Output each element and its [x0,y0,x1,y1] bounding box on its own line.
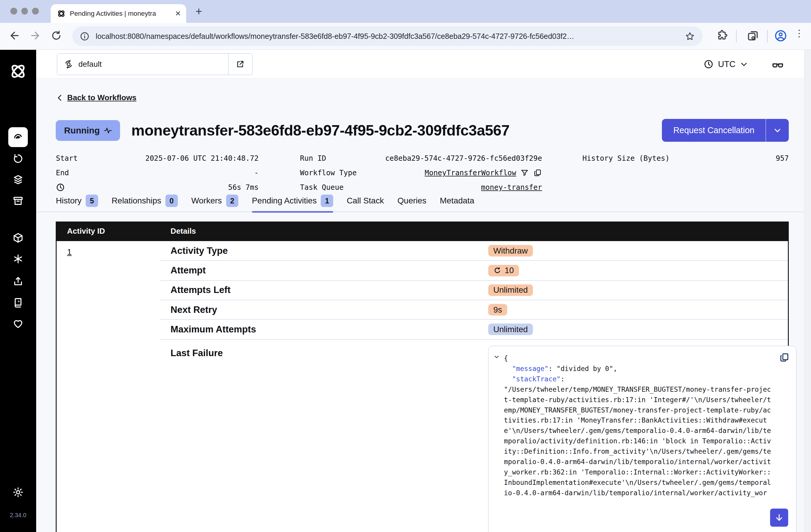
tab-workers[interactable]: Workers 2 [191,194,238,212]
cancellation-menu-button[interactable] [766,119,789,142]
row-label: Activity Type [170,245,488,256]
attempt-badge: 10 [488,265,519,276]
attempts-left-badge: Unlimited [488,284,533,296]
status-label: Running [64,125,100,136]
tab-history[interactable]: History 5 [56,194,98,212]
table-row: Attempt 10 [160,261,788,280]
back-icon[interactable] [8,29,21,42]
sidebar-item-docs[interactable] [12,297,24,308]
workflow-type-label: Workflow Type [300,168,356,177]
app-window: 2.34.0 default [0,50,811,532]
tab-metadata[interactable]: Metadata [440,194,474,212]
row-label: Next Retry [170,305,488,315]
window-zoom-button[interactable] [32,8,39,15]
column-details: Details [160,227,196,236]
app-version: 2.34.0 [0,512,36,519]
workflow-meta: Start 2025-07-06 UTC 21:40:48.72 End - 5… [56,151,789,196]
sidebar-item-schedules[interactable] [12,153,24,165]
last-failure-json[interactable]: { "message": "divided by 0", "stackTrace… [488,346,796,532]
sidebar-item-deployments[interactable] [12,174,24,186]
tab-relationships[interactable]: Relationships 0 [111,194,178,212]
table-row: Next Retry 9s [160,300,788,320]
timezone-select[interactable]: UTC [703,50,748,79]
sidebar-item-nexus[interactable] [12,253,24,265]
row-label: Attempt [170,265,488,276]
tab-label: Metadata [440,196,474,206]
tab-pending-activities[interactable]: Pending Activities 1 [252,194,334,212]
activity-id-link[interactable]: 1 [67,247,72,257]
url-text[interactable]: localhost:8080/namespaces/default/workfl… [96,32,685,41]
request-cancellation-button[interactable]: Request Cancellation [662,119,766,142]
temporal-logo-icon[interactable] [9,62,28,81]
start-value: 2025-07-06 UTC 21:40:48.72 [145,154,259,163]
back-link-label[interactable]: Back to Workflows [67,93,137,102]
forward-icon[interactable] [29,29,42,42]
copy-icon[interactable] [533,168,542,177]
sidebar-item-workflows[interactable] [8,127,28,147]
tab-label: Call Stack [347,196,384,206]
table-row: Attempts Left Unlimited [160,280,788,300]
labs-glasses-icon[interactable] [771,58,784,72]
reload-icon[interactable] [50,29,63,42]
tab-label: History [56,196,81,206]
namespace-name: default [78,60,102,69]
tab-count-badge: 2 [226,195,239,207]
table-row: Last Failure { "message": "divided by 0"… [160,339,788,532]
window-close-button[interactable] [10,8,17,15]
duration-clock-icon [56,183,65,192]
tabs-divider [36,212,811,212]
tab-label: Workers [191,196,222,206]
scroll-to-bottom-button[interactable] [770,508,788,527]
sidebar-item-feedback[interactable] [12,318,24,330]
tab-count-badge: 0 [165,195,178,207]
request-cancellation-split-button: Request Cancellation [662,119,789,142]
site-info-icon[interactable] [80,31,90,41]
namespace-open-button[interactable] [228,54,252,75]
row-label: Last Failure [170,348,488,359]
tab-call-stack[interactable]: Call Stack [347,194,384,212]
history-size-value: 957 [776,154,789,163]
copy-icon[interactable] [779,352,790,363]
namespace-bar: default UTC [36,50,811,79]
url-bar[interactable]: localhost:8080/namespaces/default/workfl… [72,26,702,46]
workflow-title: moneytransfer-583e6fd8-eb97-4f95-9cb2-30… [131,122,509,139]
sidebar-item-namespaces[interactable] [12,232,24,244]
external-link-icon [236,60,245,69]
browser-tab[interactable]: Pending Activities | moneytra ✕ [51,4,186,23]
maximum-attempts-badge: Unlimited [488,323,533,335]
task-queue-link[interactable]: money-transfer [481,183,542,192]
sidebar-item-batch-operations[interactable] [12,195,24,207]
table-row: Maximum Attempts Unlimited [160,320,788,339]
tab-search-icon[interactable] [746,29,760,42]
activity-type-badge: Withdraw [488,245,533,257]
browser-tabstrip: Pending Activities | moneytra ✕ + [0,0,811,23]
tab-queries[interactable]: Queries [398,194,427,212]
end-value: - [254,168,259,177]
workflow-tabs: History 5 Relationships 0 Workers 2 Pend… [56,194,811,212]
run-id-label: Run ID [300,154,326,163]
status-badge: Running [56,120,120,141]
tab-close-icon[interactable]: ✕ [175,9,181,18]
temporal-favicon-icon [57,9,66,18]
sidebar-item-import-events[interactable] [12,275,24,287]
theme-toggle-sun-icon[interactable] [12,486,24,499]
collapse-chevron-icon[interactable] [493,354,500,360]
namespace-select[interactable]: default [57,54,253,75]
window-minimize-button[interactable] [21,8,28,15]
history-size-label: History Size (Bytes) [582,154,670,163]
screen: Pending Activities | moneytra ✕ + localh… [0,0,811,532]
workflow-page: Back to Workflows Running moneytransfer-… [36,79,811,532]
browser-scrollbar[interactable] [804,50,811,532]
new-tab-button[interactable]: + [196,5,202,17]
workflow-type-link[interactable]: MoneyTransferWorkflow [425,168,516,177]
filter-funnel-icon[interactable] [520,168,529,177]
chevron-down-icon [739,60,748,69]
namespace-current[interactable]: default [57,54,228,75]
extensions-icon[interactable] [716,29,728,42]
bookmark-star-icon[interactable] [685,31,695,42]
back-to-workflows[interactable]: Back to Workflows [56,93,136,102]
start-label: Start [56,154,78,163]
chevron-down-icon [773,126,782,135]
browser-menu-icon[interactable]: ⋮ [794,28,804,39]
profile-icon[interactable] [774,29,787,42]
